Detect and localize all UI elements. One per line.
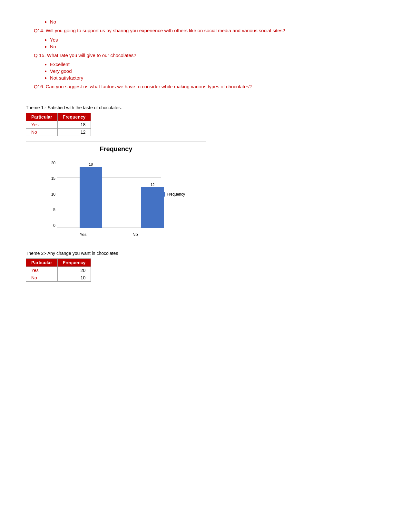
questions-box: No Q14. Will you going to support us by … [26,13,385,99]
legend-label-frequency: Frequency [167,192,185,197]
legend-color-frequency [161,192,165,197]
bullet-no-list: No [34,19,377,24]
q14-option-no: No [50,44,377,49]
theme1-chart: Frequency 0 5 10 15 20 18 12 [26,141,206,244]
table1-row1-frequency: 18 [57,121,91,128]
y-label-0: 0 [53,223,55,228]
bar-yes [80,167,102,228]
q15-options-list: Excellent Very good Not satisfactory [34,62,377,81]
x-label-no: No [132,232,138,237]
table1-header-particular: Particular [26,113,58,121]
theme1-table: Particular Frequency Yes 18 No 12 [26,113,91,136]
y-label-20: 20 [51,161,55,165]
q15-option-very-good: Very good [50,68,377,74]
x-axis: Yes No [57,232,161,237]
table1-row2-frequency: 12 [57,128,91,136]
chart-area: 0 5 10 15 20 18 12 Yes [44,161,187,228]
table-row: No 10 [26,274,91,281]
y-axis: 0 5 10 15 20 [44,161,57,228]
theme2-table: Particular Frequency Yes 20 No 10 [26,258,91,282]
theme1-label: Theme 1:- Satisfied with the taste of ch… [26,105,385,110]
q15-option-not-satisfactory: Not satisfactory [50,75,377,81]
theme2-label: Theme 2:- Any change you want in chocola… [26,251,385,256]
table2-header-frequency: Frequency [57,258,91,266]
bar-group-no: 12 [132,183,174,228]
bullet-no-item: No [50,19,377,24]
table1-row1-particular: Yes [26,121,58,128]
y-label-5: 5 [53,208,55,212]
table-row: Yes 20 [26,266,91,274]
table2-row1-frequency: 20 [57,266,91,274]
y-label-10: 10 [51,192,55,197]
q14-option-yes: Yes [50,37,377,43]
chart-title: Frequency [26,145,206,153]
y-label-15: 15 [51,176,55,181]
bar-value-yes: 18 [89,162,93,166]
question-16: Q16. Can you suggest us what factors we … [34,83,377,91]
table2-row1-particular: Yes [26,266,58,274]
table1-row2-particular: No [26,128,58,136]
table2-header-particular: Particular [26,258,58,266]
chart-legend: Frequency [161,192,185,197]
table1-header-frequency: Frequency [57,113,91,121]
bar-group-yes: 18 [70,162,112,228]
table2-row2-frequency: 10 [57,274,91,281]
table-row: No 12 [26,128,91,136]
x-label-yes: Yes [80,232,86,237]
question-15: Q 15. What rate you will give to our cho… [34,52,377,59]
question-14: Q14. Will you going to support us by sha… [34,27,377,34]
table-row: Yes 18 [26,121,91,128]
table2-row2-particular: No [26,274,58,281]
bar-value-no: 12 [151,183,154,187]
q14-options-list: Yes No [34,37,377,49]
q15-option-excellent: Excellent [50,62,377,67]
